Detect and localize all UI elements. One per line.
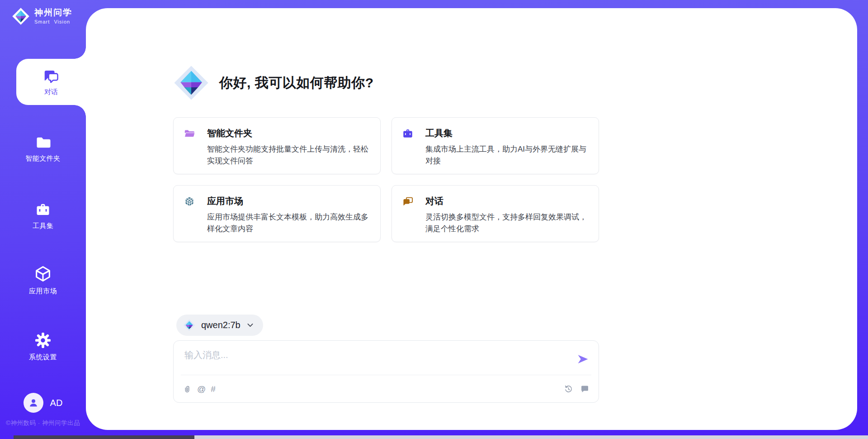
conversations-icon[interactable] [580, 384, 590, 394]
brand-diamond-icon [12, 7, 30, 25]
scrollbar-thumb[interactable] [14, 435, 194, 439]
send-icon[interactable] [577, 353, 589, 365]
folder-icon [35, 134, 51, 150]
sidebar-item-label: 对话 [44, 88, 58, 96]
sidebar-item-label: 智能文件夹 [25, 154, 61, 163]
greeting-diamond-icon [173, 65, 209, 101]
user-name: AD [50, 398, 63, 408]
card-toolset[interactable]: 工具集 集成市场上主流工具，助力AI与外界无缝扩展与对接 [392, 117, 599, 174]
card-description: 智能文件夹功能支持批量文件上传与清洗，轻松实现文件问答 [207, 143, 370, 167]
mention-icon[interactable]: @ [197, 384, 206, 394]
sidebar-item-label: 应用市场 [29, 287, 57, 296]
attachment-icon[interactable] [183, 384, 192, 394]
sidebar-item-app-market[interactable]: 应用市场 [0, 265, 86, 296]
card-description: 应用市场提供丰富长文本模板，助力高效生成多样化文章内容 [207, 211, 370, 234]
brand-logo: 神州问学 Smart Vision [12, 7, 72, 25]
chat-bubbles-icon [42, 67, 60, 85]
briefcase-icon [402, 128, 414, 139]
message-composer: @ # [173, 340, 599, 403]
folder-open-icon [184, 128, 195, 139]
card-smart-folder[interactable]: 智能文件夹 智能文件夹功能支持批量文件上传与清洗，轻松实现文件问答 [173, 117, 381, 174]
message-input[interactable] [184, 348, 570, 373]
card-title: 工具集 [425, 127, 589, 139]
briefcase-icon [35, 201, 51, 218]
chevron-down-icon [246, 321, 254, 329]
model-selector[interactable]: qwen2:7b [176, 315, 263, 336]
feature-cards: 智能文件夹 智能文件夹功能支持批量文件上传与清洗，轻松实现文件问答 工具集 集成… [173, 117, 599, 242]
card-chat[interactable]: 对话 灵活切换多模型文件，支持多样回复效果调试，满足个性化需求 [392, 185, 599, 242]
card-description: 灵活切换多模型文件，支持多样回复效果调试，满足个性化需求 [425, 211, 589, 234]
cube-icon [34, 265, 52, 283]
copyright-footer: ©神州数码 · 神州问学出品 [6, 419, 85, 427]
brand-tagline: Smart Vision [34, 19, 72, 25]
card-description: 集成市场上主流工具，助力AI与外界无缝扩展与对接 [425, 143, 589, 167]
history-icon[interactable] [564, 384, 573, 394]
model-diamond-icon [183, 319, 195, 331]
horizontal-scrollbar[interactable] [14, 435, 868, 439]
brand-name: 神州问学 [34, 8, 72, 18]
sidebar: 神州问学 Smart Vision 对话 智能文件夹 工具集 [0, 0, 86, 439]
sidebar-item-label: 系统设置 [29, 353, 57, 362]
greeting-title: 你好, 我可以如何帮助你? [219, 74, 374, 92]
chat-bubbles-icon [402, 196, 414, 207]
user-profile[interactable]: AD [0, 393, 86, 413]
card-title: 智能文件夹 [207, 127, 370, 139]
card-title: 对话 [425, 195, 589, 207]
sidebar-item-smart-folder[interactable]: 智能文件夹 [0, 134, 86, 163]
sidebar-item-toolset[interactable]: 工具集 [0, 201, 86, 230]
card-app-market[interactable]: 应用市场 应用市场提供丰富长文本模板，助力高效生成多样化文章内容 [173, 185, 381, 242]
greeting-block: 你好, 我可以如何帮助你? [173, 65, 374, 101]
composer-divider [181, 375, 591, 375]
active-tab-curve-bottom [74, 105, 86, 117]
sidebar-item-chat[interactable]: 对话 [16, 59, 86, 105]
model-name: qwen2:7b [201, 320, 241, 330]
cube-grid-icon [184, 196, 195, 207]
avatar [24, 393, 43, 413]
sidebar-item-settings[interactable]: 系统设置 [0, 332, 86, 362]
gear-icon [34, 332, 52, 349]
active-tab-curve-top [74, 47, 86, 59]
card-title: 应用市场 [207, 195, 370, 207]
hashtag-icon[interactable]: # [211, 384, 216, 394]
sidebar-item-label: 工具集 [33, 222, 54, 230]
